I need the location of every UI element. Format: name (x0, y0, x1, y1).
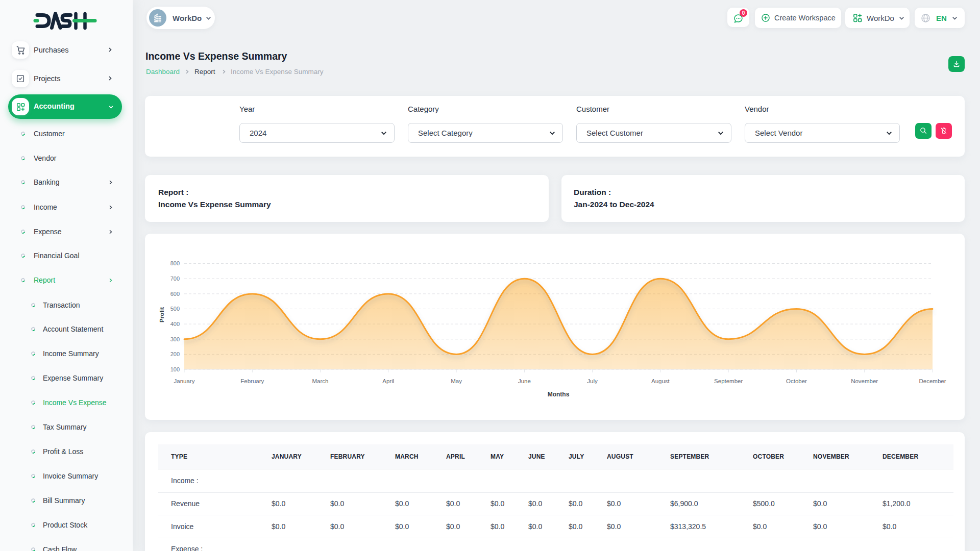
svg-text:July: July (587, 378, 598, 384)
svg-text:June: June (518, 378, 531, 384)
svg-text:600: 600 (170, 291, 180, 297)
svg-text:April: April (382, 378, 394, 384)
svg-text:Profit: Profit (159, 307, 165, 322)
svg-text:August: August (651, 378, 670, 384)
svg-text:October: October (786, 378, 807, 384)
svg-text:200: 200 (170, 351, 180, 357)
svg-text:February: February (240, 378, 264, 384)
svg-text:Months: Months (548, 391, 570, 398)
svg-text:September: September (714, 378, 743, 384)
svg-text:December: December (919, 378, 946, 384)
svg-text:700: 700 (170, 276, 180, 282)
svg-text:May: May (451, 378, 462, 384)
svg-text:300: 300 (170, 336, 180, 342)
svg-text:800: 800 (170, 260, 180, 266)
svg-text:January: January (174, 378, 195, 384)
svg-text:100: 100 (170, 366, 180, 372)
svg-text:400: 400 (170, 321, 180, 327)
svg-text:500: 500 (170, 306, 180, 312)
svg-text:November: November (851, 378, 878, 384)
svg-text:March: March (312, 378, 329, 384)
